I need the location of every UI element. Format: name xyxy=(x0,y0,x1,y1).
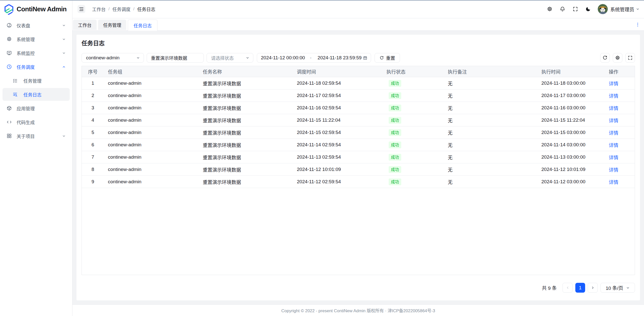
cell-index: 5 xyxy=(82,130,104,135)
sidebar-item-system-monitor[interactable]: 系统监控 xyxy=(3,47,70,59)
sidebar-menu: 仪表盘 系统管理 系统监控 任务调 xyxy=(0,18,72,142)
sidebar-item-code-generation[interactable]: 代码生成 xyxy=(3,116,70,128)
sidebar-item-label: 任务调度 xyxy=(17,64,62,70)
sidebar-item-app-management[interactable]: 应用管理 xyxy=(3,102,70,115)
cell-exec-time: 2024-11-17 03:00:00 xyxy=(537,93,605,98)
logo[interactable]: ContiNew Admin xyxy=(0,0,72,18)
status-select-placeholder: 请选择状态 xyxy=(211,55,234,61)
page-size-select[interactable]: 10 条/页 xyxy=(600,283,635,293)
table-settings-button[interactable] xyxy=(613,53,622,63)
sidebar-item-task-management[interactable]: 任务管理 xyxy=(3,74,70,87)
avatar[interactable] xyxy=(598,4,608,14)
sidebar-item-dashboard[interactable]: 仪表盘 xyxy=(3,19,70,32)
table-row: 7 continew-admin 重置演示环境数据 2024-11-13 02:… xyxy=(82,151,635,163)
sidebar-item-about-project[interactable]: 关于项目 xyxy=(3,129,70,142)
table-row: 6 continew-admin 重置演示环境数据 2024-11-14 02:… xyxy=(82,139,635,151)
cell-task-group: continew-admin xyxy=(104,105,199,111)
detail-link[interactable]: 详情 xyxy=(609,180,618,185)
sidebar-item-label: 仪表盘 xyxy=(17,22,62,29)
table-row: 2 continew-admin 重置演示环境数据 2024-11-17 02:… xyxy=(82,89,635,102)
cell-status: 成功 xyxy=(382,92,444,99)
reset-button[interactable]: 重置 xyxy=(375,53,400,63)
cell-schedule-time: 2024-11-12 10:01:09 xyxy=(293,167,382,172)
date-range-start[interactable]: 2024-11-12 00:00:00 xyxy=(261,55,305,61)
cell-schedule-time: 2024-11-14 02:59:54 xyxy=(293,142,382,148)
user-name[interactable]: 系统管理员 xyxy=(610,6,634,13)
cell-task-group: continew-admin xyxy=(104,142,199,148)
refresh-table-button[interactable] xyxy=(600,53,610,63)
date-range-end[interactable]: 2024-11-18 23:59:59 xyxy=(317,55,361,61)
detail-link[interactable]: 详情 xyxy=(609,106,618,111)
chevron-right-icon xyxy=(591,286,595,290)
tab-task-log[interactable]: 任务日志 xyxy=(128,20,157,31)
detail-link[interactable]: 详情 xyxy=(609,94,618,99)
status-badge: 成功 xyxy=(389,178,401,185)
cell-remark: 无 xyxy=(444,142,537,148)
refresh-icon xyxy=(602,55,608,60)
cell-exec-time: 2024-11-14 03:00:00 xyxy=(537,142,605,148)
sidebar-item-task-scheduling[interactable]: 任务调度 xyxy=(3,60,70,73)
chevron-down-icon xyxy=(626,286,630,290)
chevron-down-icon xyxy=(136,56,140,60)
cell-action: 详情 xyxy=(605,117,634,124)
cell-index: 4 xyxy=(82,117,104,123)
breadcrumb-item[interactable]: 任务调度 xyxy=(112,6,131,12)
cell-exec-time: 2024-11-16 03:00:00 xyxy=(537,105,605,111)
cell-status: 成功 xyxy=(382,80,444,87)
gear-icon xyxy=(7,36,12,42)
status-select[interactable]: 请选择状态 xyxy=(207,53,253,63)
cell-schedule-time: 2024-11-18 02:59:54 xyxy=(293,80,382,86)
cell-action: 详情 xyxy=(605,129,634,136)
sidebar: ContiNew Admin 仪表盘 系统管理 xyxy=(0,0,72,316)
sidebar-item-system-management[interactable]: 系统管理 xyxy=(3,33,70,46)
detail-link[interactable]: 详情 xyxy=(609,155,618,160)
pagination-page-1[interactable]: 1 xyxy=(575,283,585,293)
detail-link[interactable]: 详情 xyxy=(609,130,618,136)
chevron-down-icon[interactable] xyxy=(636,7,639,11)
table-row: 3 continew-admin 重置演示环境数据 2024-11-16 02:… xyxy=(82,102,635,114)
cell-task-name: 重置演示环境数据 xyxy=(199,178,293,185)
sidebar-item-task-log[interactable]: 任务日志 xyxy=(3,88,70,101)
table-fullscreen-button[interactable] xyxy=(625,53,635,63)
cell-task-group: continew-admin xyxy=(104,93,199,98)
chevron-up-icon xyxy=(62,65,66,69)
cell-remark: 无 xyxy=(444,92,537,99)
code-icon xyxy=(7,119,12,125)
task-name-input[interactable] xyxy=(151,55,200,61)
cell-action: 详情 xyxy=(605,178,634,185)
status-badge: 成功 xyxy=(389,154,401,161)
table-row: 5 continew-admin 重置演示环境数据 2024-11-15 02:… xyxy=(82,126,635,139)
pagination-next-button[interactable] xyxy=(588,283,598,293)
sidebar-collapse-button[interactable] xyxy=(77,5,85,13)
refresh-icon xyxy=(380,56,384,60)
tab-task-management[interactable]: 任务管理 xyxy=(98,20,126,30)
app-root: ContiNew Admin 仪表盘 系统管理 xyxy=(0,0,644,316)
detail-link[interactable]: 详情 xyxy=(609,81,618,86)
task-group-select[interactable]: continew-admin xyxy=(82,53,144,63)
status-badge: 成功 xyxy=(389,117,401,124)
fullscreen-icon xyxy=(628,55,633,60)
cell-status: 成功 xyxy=(382,129,444,136)
cell-index: 1 xyxy=(82,80,104,86)
detail-link[interactable]: 详情 xyxy=(609,118,618,123)
page-content: 任务日志 continew-admin 请选择状态 2024-11-12 0 xyxy=(72,31,644,304)
sidebar-item-label: 任务管理 xyxy=(23,77,42,84)
table-toolbar xyxy=(597,53,635,63)
sidebar-item-label: 系统管理 xyxy=(17,36,62,42)
settings-icon[interactable] xyxy=(547,6,552,12)
pagination-prev-button[interactable] xyxy=(562,283,573,293)
cell-schedule-time: 2024-11-15 02:59:54 xyxy=(293,130,382,135)
tab-workbench[interactable]: 工作台 xyxy=(73,20,97,30)
notification-bell-icon[interactable] xyxy=(560,6,565,12)
detail-link[interactable]: 详情 xyxy=(609,167,618,173)
column-header: 执行时间 xyxy=(537,68,605,75)
tab-more-menu-icon[interactable] xyxy=(635,21,640,28)
breadcrumb: 工作台 / 任务调度 / 任务日志 xyxy=(92,6,155,12)
detail-link[interactable]: 详情 xyxy=(609,143,618,148)
date-range-picker[interactable]: 2024-11-12 00:00:00 - 2024-11-18 23:59:5… xyxy=(257,53,371,63)
breadcrumb-item[interactable]: 工作台 xyxy=(92,6,106,12)
fullscreen-icon[interactable] xyxy=(573,6,578,12)
column-header: 调度时间 xyxy=(293,68,382,75)
cell-exec-time: 2024-11-13 03:00:00 xyxy=(537,154,605,160)
dark-mode-moon-icon[interactable] xyxy=(585,6,591,12)
